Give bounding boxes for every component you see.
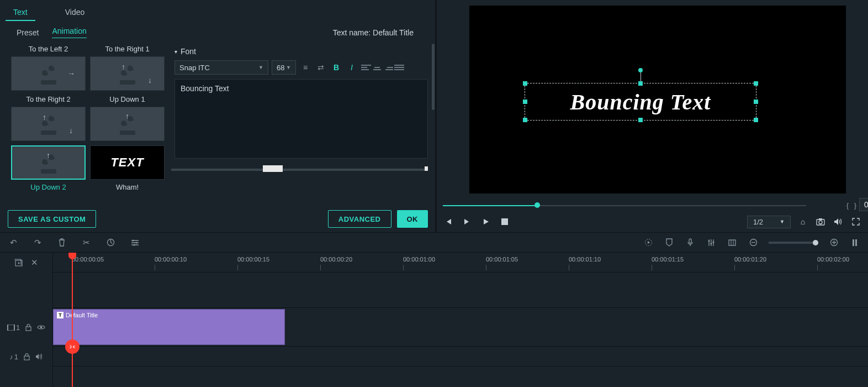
resize-handle[interactable] — [523, 81, 527, 86]
ruler-tick: 00:00:01:15 — [652, 256, 684, 263]
display-icon[interactable]: ⌂ — [797, 216, 808, 227]
video-track-header[interactable]: 1 — [0, 308, 52, 347]
volume-icon[interactable] — [833, 216, 844, 227]
svg-rect-12 — [713, 242, 714, 243]
zoom-in-button[interactable] — [828, 237, 839, 248]
lock-icon[interactable] — [24, 353, 30, 360]
timecode-display[interactable]: 00:00:00:05 — [859, 198, 868, 211]
align-right-button[interactable] — [383, 62, 393, 72]
preset-wham[interactable]: TEXT — [90, 145, 165, 180]
zoom-slider[interactable] — [769, 242, 818, 244]
link-icon[interactable]: ✕ — [29, 257, 40, 268]
ruler-tick: 00:00:02:00 — [817, 256, 849, 263]
svg-rect-9 — [689, 239, 691, 243]
svg-rect-13 — [729, 240, 735, 245]
svg-rect-20 — [7, 325, 8, 331]
subtab-preset[interactable]: Preset — [17, 28, 39, 37]
snapshot-icon[interactable] — [815, 216, 826, 227]
subtab-animation[interactable]: Animation — [52, 27, 86, 38]
play-button[interactable] — [480, 216, 491, 227]
align-left-button[interactable] — [361, 62, 371, 72]
tab-video[interactable]: Video — [57, 4, 93, 21]
crop-icon[interactable] — [727, 237, 738, 248]
resize-handle[interactable] — [523, 118, 527, 122]
italic-button[interactable]: I — [346, 61, 358, 74]
fullscreen-icon[interactable] — [850, 216, 861, 227]
undo-button[interactable]: ↶ — [8, 237, 19, 248]
svg-rect-11 — [711, 243, 712, 244]
font-family-select[interactable]: Snap ITC▼ — [174, 60, 268, 75]
preset-label: Wham! — [116, 183, 139, 191]
voiceover-icon[interactable] — [685, 237, 696, 248]
speed-button[interactable] — [105, 237, 116, 248]
line-spacing-icon[interactable]: ≡ — [299, 61, 311, 74]
resize-handle[interactable] — [523, 100, 527, 104]
preset-up-down-2[interactable]: ↑ — [11, 145, 86, 180]
delete-button[interactable] — [56, 237, 67, 248]
mute-icon[interactable] — [35, 353, 43, 360]
stop-button[interactable] — [499, 216, 510, 227]
ruler-tick: 00:00:00:15 — [237, 256, 269, 263]
timeline-ruler[interactable]: 00:00:00:05 00:00:00:10 00:00:00:15 00:0… — [53, 253, 868, 273]
audio-track-header[interactable]: ♪1 — [0, 347, 52, 367]
font-size-select[interactable]: 68▼ — [272, 60, 296, 75]
title-clip[interactable]: TDefault Title — [53, 309, 285, 345]
eye-icon[interactable] — [37, 325, 45, 330]
save-as-custom-button[interactable]: SAVE AS CUSTOM — [8, 210, 96, 228]
bold-button[interactable]: B — [330, 61, 342, 74]
track-number: 1 — [16, 323, 20, 332]
tab-text[interactable]: Text — [6, 4, 35, 21]
ruler-tick: 00:00:01:10 — [569, 256, 601, 263]
text-name-label: Text name: Default Title — [333, 28, 425, 37]
ruler-tick: 00:00:00:20 — [320, 256, 352, 263]
align-justify-button[interactable] — [394, 62, 404, 72]
ruler-tick: 00:00:01:20 — [734, 256, 766, 263]
resize-handle[interactable] — [754, 81, 758, 86]
svg-rect-24 — [24, 356, 29, 360]
zoom-out-button[interactable] — [748, 237, 759, 248]
mixer-icon[interactable] — [706, 237, 717, 248]
char-spacing-icon[interactable]: ⇄ — [315, 61, 327, 74]
svg-rect-10 — [708, 240, 710, 242]
marker-icon[interactable] — [664, 237, 675, 248]
next-frame-button[interactable] — [462, 216, 473, 227]
video-track[interactable]: TDefault Title ✂ — [53, 308, 868, 347]
lock-icon[interactable] — [25, 324, 31, 331]
scrollbar[interactable] — [432, 44, 435, 110]
playhead[interactable] — [72, 253, 73, 387]
redo-button[interactable]: ↷ — [32, 237, 43, 248]
preset-to-the-left-2[interactable]: → — [11, 56, 86, 91]
rotate-handle[interactable] — [638, 68, 643, 72]
text-content-input[interactable]: Bouncing Text — [174, 79, 428, 159]
horizontal-scrollbar[interactable] — [174, 163, 428, 175]
svg-rect-21 — [14, 325, 15, 331]
preview-canvas[interactable]: Bouncing Text — [469, 6, 846, 194]
adjust-icon[interactable] — [129, 237, 140, 248]
advanced-button[interactable]: ADVANCED — [328, 210, 391, 228]
text-selection-box[interactable]: Bouncing Text — [525, 83, 756, 121]
zoom-fit-button[interactable] — [849, 237, 860, 248]
ok-button[interactable]: OK — [397, 210, 428, 228]
preview-text: Bouncing Text — [570, 89, 711, 115]
preview-scrubber[interactable] — [443, 200, 806, 211]
resize-handle[interactable] — [638, 81, 643, 86]
align-center-button[interactable] — [372, 62, 382, 72]
preset-up-down-1[interactable]: ↑ — [90, 107, 165, 141]
preset-to-the-right-1[interactable]: ↑↓ — [90, 56, 165, 91]
render-icon[interactable] — [643, 237, 654, 248]
resize-handle[interactable] — [638, 118, 643, 122]
resize-handle[interactable] — [754, 100, 758, 104]
prev-frame-button[interactable] — [443, 216, 454, 227]
add-track-icon[interactable] — [13, 257, 24, 268]
ruler-tick: 00:00:00:10 — [155, 256, 187, 263]
svg-rect-22 — [26, 327, 31, 331]
svg-point-6 — [135, 242, 137, 243]
playback-quality-select[interactable]: 1/2▼ — [747, 216, 791, 228]
clip-title: Default Title — [66, 312, 98, 318]
preset-to-the-right-2[interactable]: ↑↓ — [11, 107, 86, 141]
ruler-tick: 00:00:01:05 — [486, 256, 518, 263]
section-font[interactable]: ▾Font — [174, 47, 428, 56]
audio-track[interactable] — [53, 347, 868, 367]
split-button[interactable]: ✂ — [81, 237, 92, 248]
resize-handle[interactable] — [754, 118, 758, 122]
